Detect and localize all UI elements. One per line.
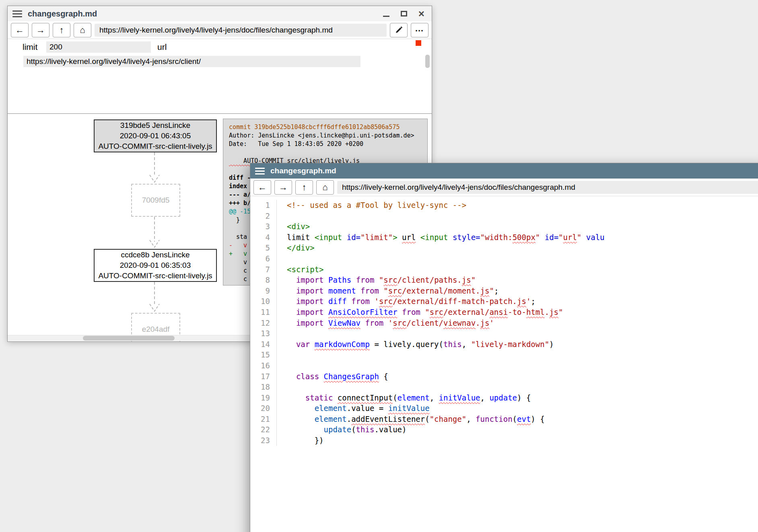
line-number: 12 xyxy=(250,318,277,329)
commit-node-selected[interactable]: 319bde5 JensLincke 2020-09-01 06:43:05 A… xyxy=(94,119,217,152)
commit-node[interactable]: ccdce8b JensLincke 2020-09-01 06:35:03 A… xyxy=(94,249,217,282)
code-line[interactable]: 1<!-- used as a #Tool by lively-sync --> xyxy=(250,200,758,211)
code-line[interactable]: 8 import Paths from "src/client/paths.js… xyxy=(250,275,758,286)
code-line[interactable]: 5</div> xyxy=(250,242,758,253)
forward-button[interactable]: → xyxy=(274,180,292,195)
line-number: 17 xyxy=(250,371,277,382)
code-line[interactable]: 21 element.addEventListener("change", fu… xyxy=(250,414,758,425)
code-line[interactable]: 18 xyxy=(250,382,758,392)
front-titlebar[interactable]: changesgraph.md xyxy=(250,163,758,179)
graph-arrow-icon xyxy=(147,217,162,249)
window-title: changesgraph.md xyxy=(270,166,336,175)
vertical-scrollbar-thumb[interactable] xyxy=(425,55,430,68)
home-button[interactable]: ⌂ xyxy=(316,180,334,195)
limit-label: limit xyxy=(23,42,37,52)
horizontal-scrollbar-thumb[interactable] xyxy=(83,336,175,341)
markdown-form-area: limit url xyxy=(8,39,432,113)
line-number: 5 xyxy=(250,242,277,253)
code-line[interactable]: 20 element.value = initValue xyxy=(250,403,758,414)
minimize-icon[interactable] xyxy=(383,16,389,17)
pencil-icon xyxy=(395,27,402,34)
code-line[interactable]: 23 }) xyxy=(250,435,758,446)
commit-detail-line: Author: JensLincke <jens.lincke@hpi.uni-… xyxy=(229,131,422,140)
line-number: 23 xyxy=(250,435,277,446)
line-number: 9 xyxy=(250,286,277,296)
line-number: 11 xyxy=(250,307,277,318)
commit-node-line: 7009fd5 xyxy=(142,195,170,205)
code-line[interactable]: 13 xyxy=(250,328,758,339)
line-number: 22 xyxy=(250,424,277,435)
code-line[interactable]: 19 static connectInput(element, initValu… xyxy=(250,392,758,403)
code-editor[interactable]: 1<!-- used as a #Tool by lively-sync -->… xyxy=(250,196,758,532)
commit-detail-line: commit 319bde525b1048cbcfff6dffe61012ab8… xyxy=(229,123,422,131)
line-number: 8 xyxy=(250,275,277,286)
code-line[interactable]: 3<div> xyxy=(250,221,758,232)
edit-button[interactable] xyxy=(390,23,408,37)
code-line[interactable]: 14 var markdownComp = lively.query(this,… xyxy=(250,339,758,350)
code-line[interactable]: 16 xyxy=(250,360,758,371)
commit-node-line: 319bde5 JensLincke xyxy=(120,120,190,131)
commit-node-line: 2020-09-01 06:43:05 xyxy=(120,131,191,141)
line-number: 3 xyxy=(250,221,277,232)
more-button[interactable]: … xyxy=(411,23,428,37)
back-button[interactable]: ← xyxy=(253,180,271,195)
code-line[interactable]: 11 import AnsiColorFilter from "src/exte… xyxy=(250,307,758,318)
line-number: 7 xyxy=(250,264,277,275)
code-line[interactable]: 7<script> xyxy=(250,264,758,275)
navigation-bar: ← → ↑ ⌂ xyxy=(250,179,758,196)
line-number: 19 xyxy=(250,392,277,403)
code-line[interactable]: 17 class ChangesGraph { xyxy=(250,371,758,382)
graph-arrow-icon xyxy=(147,152,162,184)
back-button[interactable]: ← xyxy=(11,23,29,37)
line-number: 2 xyxy=(250,211,277,222)
close-icon[interactable]: × xyxy=(418,8,424,19)
commit-node-line: AUTO-COMMIT-src-client-lively.js xyxy=(98,141,212,152)
line-number: 14 xyxy=(250,339,277,350)
url-label: url xyxy=(157,42,167,52)
menu-icon[interactable] xyxy=(255,168,265,175)
code-area[interactable]: 1<!-- used as a #Tool by lively-sync -->… xyxy=(250,200,758,446)
line-number: 4 xyxy=(250,232,277,243)
commit-node-line: 2020-09-01 06:35:03 xyxy=(120,260,191,271)
commit-node-line: AUTO-COMMIT-src-client-lively.js xyxy=(98,271,212,281)
code-line[interactable]: 2 xyxy=(250,211,758,222)
line-number: 16 xyxy=(250,360,277,371)
line-number: 13 xyxy=(250,328,277,339)
code-line[interactable]: 9 import moment from "src/external/momen… xyxy=(250,286,758,296)
line-number: 18 xyxy=(250,382,277,392)
up-button[interactable]: ↑ xyxy=(295,180,313,195)
navigation-bar: ← → ↑ ⌂ … xyxy=(8,21,432,39)
commit-node-ghost[interactable]: 7009fd5 xyxy=(131,184,180,217)
code-line[interactable]: 6 xyxy=(250,253,758,264)
commit-detail-line: Date: Tue Sep 1 18:43:05 2020 +0200 xyxy=(229,140,422,148)
ellipsis-icon: … xyxy=(415,23,424,34)
maximize-icon[interactable] xyxy=(401,11,407,16)
graph-url-input[interactable] xyxy=(23,56,360,67)
window-title: changesgraph.md xyxy=(28,9,97,18)
line-number: 21 xyxy=(250,414,277,425)
line-number: 10 xyxy=(250,296,277,307)
titlebar[interactable]: changesgraph.md × xyxy=(8,6,432,21)
line-number: 15 xyxy=(250,349,277,360)
url-input[interactable] xyxy=(95,24,387,37)
commit-detail-line xyxy=(229,148,422,157)
menu-icon[interactable] xyxy=(12,10,22,17)
code-line[interactable]: 10 import diff from 'src/external/diff-m… xyxy=(250,296,758,307)
window-changesgraph-front: changesgraph.md ← → ↑ ⌂ 1<!-- used as a … xyxy=(250,163,758,532)
line-number: 1 xyxy=(250,200,277,211)
code-line[interactable]: 15 xyxy=(250,349,758,360)
up-button[interactable]: ↑ xyxy=(53,23,70,37)
url-input[interactable] xyxy=(337,181,758,194)
line-number: 6 xyxy=(250,253,277,264)
code-line[interactable]: 12 import ViewNav from 'src/client/viewn… xyxy=(250,318,758,329)
line-number: 20 xyxy=(250,403,277,414)
commit-node-line: ccdce8b JensLincke xyxy=(121,250,190,260)
error-indicator xyxy=(416,40,421,46)
commit-node-line: e204adf xyxy=(142,324,170,335)
forward-button[interactable]: → xyxy=(32,23,49,37)
code-line[interactable]: 4limit <input id="limit"> url <input sty… xyxy=(250,232,758,243)
home-button[interactable]: ⌂ xyxy=(74,23,91,37)
graph-arrow-icon xyxy=(147,282,162,313)
code-line[interactable]: 22 update(this.value) xyxy=(250,424,758,435)
limit-input[interactable] xyxy=(46,41,151,53)
